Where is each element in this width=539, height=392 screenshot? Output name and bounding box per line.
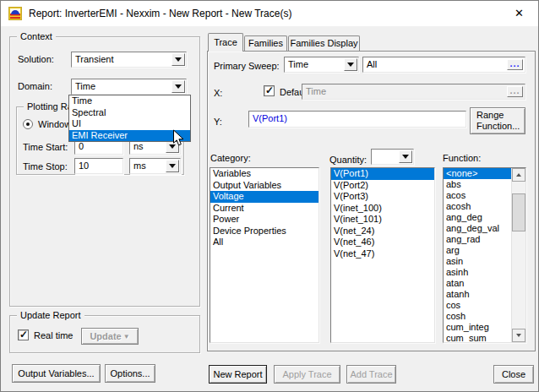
category-list[interactable]: VariablesOutput VariablesVoltageCurrentP… [210, 167, 319, 343]
solution-label: Solution: [18, 54, 54, 64]
window-radio[interactable] [23, 119, 33, 129]
titlebar[interactable]: Report: InverterEMI - Nexxim - New Repor… [1, 1, 538, 26]
scroll-thumb[interactable] [512, 193, 525, 231]
app-icon [8, 7, 22, 20]
list-item[interactable]: ang_rad [444, 234, 511, 245]
quantity-label: Quantity: [329, 155, 367, 165]
list-item[interactable]: Variables [210, 168, 318, 180]
list-item[interactable]: cos [444, 300, 511, 311]
solution-value: Transient [75, 54, 113, 64]
x-label: X: [214, 88, 222, 98]
time-stop-unit-combobox[interactable]: ms [129, 158, 181, 174]
list-item[interactable]: acos [444, 190, 511, 201]
tab-families[interactable]: Families [244, 35, 287, 51]
close-icon: ✕ [514, 7, 524, 19]
list-item[interactable]: V(inet_100) [331, 203, 434, 215]
list-item[interactable]: V(inet_101) [331, 214, 434, 226]
quantity-combobox[interactable] [371, 149, 414, 165]
time-stop-unit-dropdown-button[interactable] [166, 160, 179, 172]
window-title: Report: InverterEMI - Nexxim - New Repor… [29, 1, 291, 26]
function-list[interactable]: <none>absacosacoshang_degang_deg_valang_… [443, 167, 526, 343]
dropdown-arrow-icon [347, 63, 354, 70]
list-item[interactable]: Output Variables [210, 180, 318, 192]
context-group-label: Context [17, 31, 56, 41]
list-item[interactable]: Device Properties [210, 226, 318, 237]
quantity-list[interactable]: V(Port1)V(Port2)V(Port3)V(inet_100)V(ine… [330, 167, 435, 343]
list-item[interactable]: Time [69, 95, 190, 107]
dropdown-arrow-icon [175, 84, 182, 92]
tab-families-display[interactable]: Families Display [288, 35, 360, 51]
domain-value: Time [75, 81, 95, 91]
scroll-down-button[interactable] [512, 329, 525, 342]
solution-combobox[interactable]: Transient [71, 52, 187, 68]
list-item[interactable]: V(net_47) [331, 248, 434, 260]
list-item[interactable]: V(Port2) [331, 180, 434, 192]
quantity-dropdown-button[interactable] [399, 150, 412, 163]
range-function-button[interactable]: Range Function... [470, 107, 525, 134]
primary-sweep-label: Primary Sweep: [214, 61, 280, 71]
list-item[interactable]: ang_deg_val [444, 223, 511, 234]
update-arrow-icon: ▼ [123, 333, 130, 340]
function-scrollbar[interactable] [511, 168, 525, 342]
list-item[interactable]: atanh [444, 289, 511, 300]
list-item[interactable]: Power [210, 214, 318, 226]
report-dialog-window: Report: InverterEMI - Nexxim - New Repor… [0, 0, 539, 392]
close-dialog-button[interactable]: Close [493, 365, 534, 384]
category-label: Category: [210, 153, 251, 163]
list-item[interactable]: Spectral [69, 107, 190, 119]
list-item[interactable]: All [210, 237, 318, 248]
real-time-checkbox[interactable]: ✓ [18, 329, 29, 340]
list-item[interactable]: asinh [444, 267, 511, 278]
tab-trace[interactable]: Trace [208, 33, 243, 52]
x-browse-button: ... [507, 86, 523, 97]
primary-sweep-combobox[interactable]: Time [284, 57, 359, 73]
list-item[interactable]: Voltage [210, 191, 318, 203]
list-item[interactable]: atan [444, 278, 511, 289]
primary-sweep-dropdown-button[interactable] [344, 58, 357, 71]
default-checkbox[interactable]: ✓ [264, 85, 275, 96]
y-label: Y: [214, 117, 222, 127]
list-item[interactable]: ang_deg [444, 212, 511, 223]
scroll-down-icon [516, 334, 521, 340]
solution-dropdown-button[interactable] [172, 53, 185, 66]
window-radio-label: Window [38, 119, 71, 129]
output-variables-button[interactable]: Output Variables... [12, 364, 101, 383]
close-button[interactable]: ✕ [500, 1, 538, 26]
list-item[interactable]: UI [69, 118, 190, 130]
sweep-range-value: All [367, 59, 377, 69]
checkmark-icon: ✓ [265, 84, 274, 96]
y-input[interactable]: V(Port1) [248, 111, 466, 128]
scroll-up-button[interactable] [512, 168, 525, 182]
checkmark-icon: ✓ [19, 329, 28, 340]
domain-combobox[interactable]: Time [71, 79, 187, 95]
list-item[interactable]: V(Port1) [331, 168, 434, 180]
list-item[interactable]: abs [444, 179, 511, 190]
list-item[interactable]: arg [444, 245, 511, 256]
list-item[interactable]: cum_integ [444, 322, 511, 333]
list-item[interactable]: <none> [444, 168, 511, 179]
time-stop-value: 10 [79, 161, 89, 171]
list-item[interactable]: V(net_46) [331, 237, 434, 248]
time-stop-input[interactable]: 10 [74, 158, 123, 174]
list-item[interactable]: V(Port3) [331, 191, 434, 203]
function-list-items[interactable]: <none>absacosacoshang_degang_deg_valang_… [444, 168, 511, 342]
domain-label: Domain: [18, 81, 52, 91]
add-trace-button: Add Trace [346, 365, 396, 384]
new-report-button[interactable]: New Report [209, 365, 267, 384]
list-item[interactable]: V(net_24) [331, 226, 434, 237]
domain-dropdown-button[interactable] [172, 80, 185, 93]
list-item[interactable]: cosh [444, 311, 511, 322]
sweep-range-field[interactable]: All ... [362, 57, 525, 73]
options-button[interactable]: Options... [105, 364, 155, 383]
list-item[interactable]: cum_sum [444, 333, 511, 342]
list-item[interactable]: asin [444, 256, 511, 267]
list-item[interactable]: acosh [444, 201, 511, 212]
list-item[interactable]: Current [210, 203, 318, 215]
dropdown-arrow-icon [169, 164, 176, 172]
dropdown-arrow-icon [402, 155, 409, 162]
time-start-value: 0 [79, 141, 84, 151]
dropdown-arrow-icon [175, 57, 182, 65]
scroll-up-icon [516, 171, 521, 177]
apply-trace-button: Apply Trace [274, 365, 340, 384]
sweep-browse-button[interactable]: ... [507, 59, 523, 70]
